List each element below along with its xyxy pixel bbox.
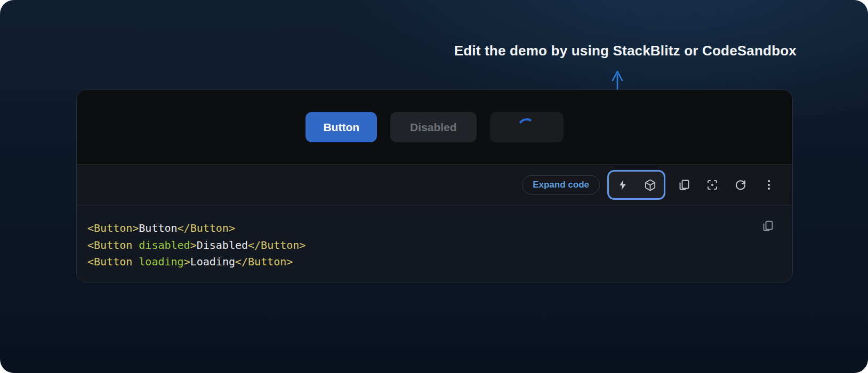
stackblitz-button[interactable] <box>616 179 629 191</box>
loading-button[interactable] <box>490 112 564 142</box>
copy-icon <box>761 220 774 232</box>
primary-button[interactable]: Button <box>306 112 377 142</box>
standalone-preview-button[interactable] <box>706 179 719 191</box>
demo-preview-area: Button Disabled <box>77 90 792 164</box>
expand-code-button[interactable]: Expand code <box>522 175 600 194</box>
page-background: Edit the demo by using StackBlitz or Cod… <box>0 0 868 373</box>
demo-toolbar: Expand code <box>77 164 792 206</box>
codesandbox-button[interactable] <box>644 179 656 191</box>
annotation-text: Edit the demo by using StackBlitz or Cod… <box>454 43 797 59</box>
copy-code-button[interactable] <box>678 179 690 191</box>
code-lines: <Button>Button</Button><Button disabled>… <box>87 220 792 271</box>
refresh-icon <box>734 179 747 191</box>
code-line: <Button disabled>Disabled</Button> <box>87 237 792 254</box>
code-line: <Button>Button</Button> <box>87 220 792 237</box>
copy-icon <box>678 179 690 191</box>
edit-demo-highlight-group <box>607 170 665 200</box>
code-copy-button[interactable] <box>761 220 774 232</box>
codesandbox-cube-icon <box>644 179 656 191</box>
code-block: <Button>Button</Button><Button disabled>… <box>77 206 792 282</box>
stackblitz-lightning-icon <box>617 179 629 191</box>
demo-card: Button Disabled Expand code <box>76 90 793 282</box>
refresh-button[interactable] <box>734 179 747 191</box>
code-line: <Button loading>Loading</Button> <box>87 254 792 271</box>
more-options-button[interactable] <box>762 179 775 191</box>
toolbar-action-icons <box>678 179 775 191</box>
more-options-icon <box>762 179 775 191</box>
standalone-preview-icon <box>706 179 719 191</box>
disabled-button[interactable]: Disabled <box>390 112 477 142</box>
loading-spinner-icon <box>516 116 537 137</box>
